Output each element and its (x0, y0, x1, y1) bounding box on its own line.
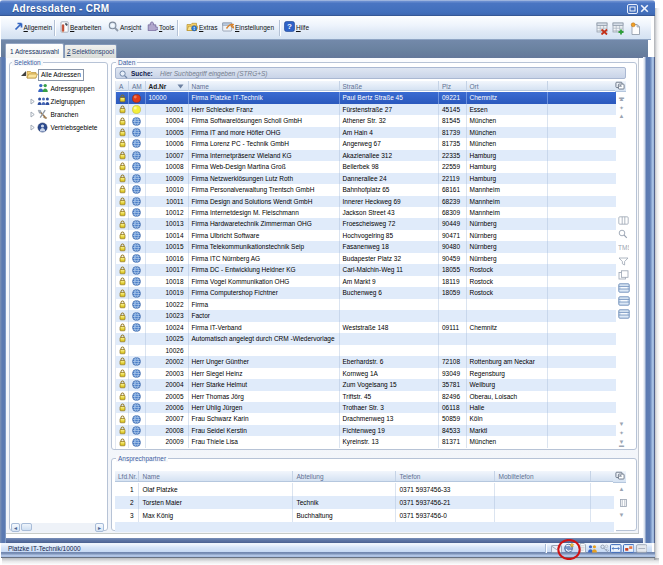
svg-text:TMS: TMS (618, 244, 629, 251)
svg-text:?: ? (287, 22, 292, 31)
